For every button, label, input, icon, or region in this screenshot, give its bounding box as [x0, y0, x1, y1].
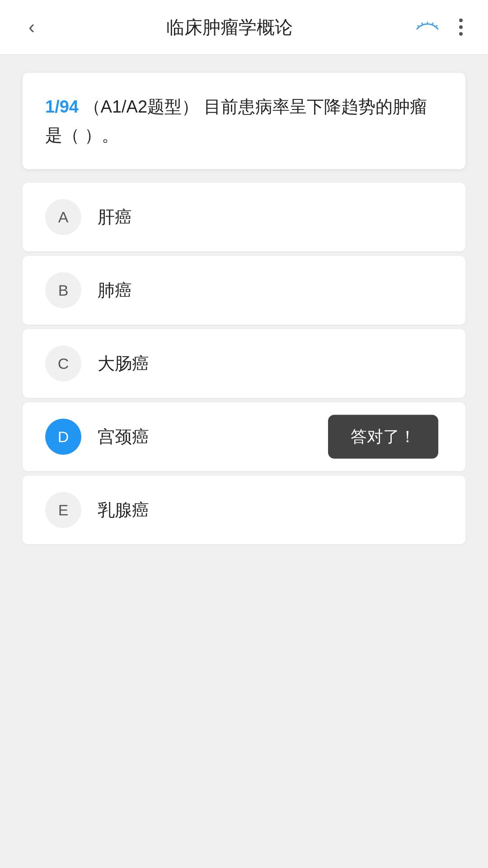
page-title: 临床肿瘤学概论 [45, 15, 414, 40]
correct-tooltip: 答对了！ [328, 415, 438, 459]
back-button[interactable]: ‹ [18, 14, 45, 41]
option-b[interactable]: B 肺癌 [23, 256, 465, 325]
back-arrow-icon: ‹ [28, 16, 35, 38]
option-b-label: 肺癌 [98, 279, 132, 302]
option-c-circle: C [45, 345, 81, 382]
option-e[interactable]: E 乳腺癌 [23, 476, 465, 544]
option-c[interactable]: C 大肠癌 [23, 329, 465, 398]
option-a[interactable]: A 肝癌 [23, 183, 465, 251]
option-d[interactable]: D 宫颈癌 答对了！ [23, 402, 465, 471]
question-text: 1/94 （A1/A2题型） 目前患病率呈下降趋势的肿瘤是（ ）。 [45, 93, 443, 149]
option-e-label: 乳腺癌 [98, 499, 149, 522]
main-content: 1/94 （A1/A2题型） 目前患病率呈下降趋势的肿瘤是（ ）。 A 肝癌 B… [0, 55, 488, 562]
question-number: 1/94 [45, 97, 79, 116]
eye-icon[interactable] [414, 18, 441, 36]
option-d-label: 宫颈癌 [98, 425, 149, 448]
option-d-circle: D [45, 419, 81, 455]
option-a-circle: A [45, 199, 81, 235]
options-list: A 肝癌 B 肺癌 C 大肠癌 D [23, 183, 465, 544]
question-card: 1/94 （A1/A2题型） 目前患病率呈下降趋势的肿瘤是（ ）。 [23, 73, 465, 169]
option-c-label: 大肠癌 [98, 352, 149, 375]
option-b-circle: B [45, 272, 81, 308]
app-container: ‹ 临床肿瘤学概论 [0, 0, 488, 868]
svg-line-3 [418, 25, 419, 27]
header-actions [414, 14, 470, 41]
option-e-circle: E [45, 492, 81, 528]
header: ‹ 临床肿瘤学概论 [0, 0, 488, 55]
svg-line-4 [436, 25, 437, 27]
option-a-label: 肝癌 [98, 206, 132, 229]
more-menu-icon[interactable] [452, 14, 470, 41]
question-type: （A1/A2题型） [84, 97, 199, 116]
